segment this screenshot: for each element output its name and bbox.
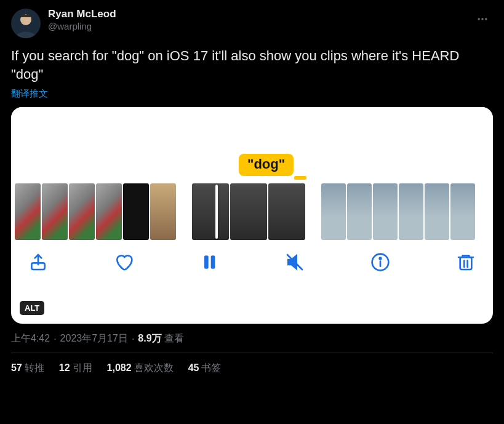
info-button[interactable]: [370, 252, 390, 272]
clip-thumbnail: [450, 183, 475, 240]
media-attachment[interactable]: "dog": [11, 107, 493, 324]
svg-point-3: [481, 18, 483, 20]
clip-thumbnail: [425, 183, 449, 240]
tweet-container: Ryan McLeod @warpling If you search for …: [0, 0, 504, 375]
tweet-stats: 57转推 12引用 1,082喜欢次数 45书签: [11, 353, 493, 375]
svg-point-4: [485, 18, 487, 20]
clip-thumbnail: [192, 183, 229, 240]
user-handle[interactable]: @warpling: [48, 22, 116, 32]
clip-thumbnail: [123, 183, 149, 240]
tweet-date[interactable]: 2023年7月17日: [60, 332, 128, 345]
svg-point-11: [380, 258, 382, 260]
share-button[interactable]: [28, 252, 48, 272]
mute-button[interactable]: [285, 252, 305, 272]
clip-thumbnail: [321, 183, 346, 240]
clip-thumbnail: [96, 183, 122, 240]
video-scrubber-timeline[interactable]: [11, 182, 493, 241]
clip-group-3: [321, 182, 475, 241]
trash-button[interactable]: [456, 252, 476, 272]
tweet-time[interactable]: 上午4:42: [11, 332, 50, 345]
media-toolbar: [11, 241, 493, 272]
clip-thumbnail: [69, 183, 95, 240]
avatar[interactable]: [11, 9, 41, 38]
pause-button[interactable]: [199, 252, 219, 272]
heart-button[interactable]: [114, 252, 134, 272]
svg-rect-12: [460, 257, 472, 270]
retweets-stat[interactable]: 57转推: [11, 362, 44, 375]
clip-thumbnail: [42, 183, 68, 240]
bookmarks-stat[interactable]: 45书签: [188, 362, 222, 375]
playhead-indicator[interactable]: [215, 185, 218, 239]
tweet-text: If you search for "dog" on iOS 17 it'll …: [11, 47, 493, 83]
clip-thumbnail: [347, 183, 372, 240]
views-label: 查看: [164, 333, 184, 343]
translate-link[interactable]: 翻译推文: [11, 88, 48, 100]
svg-rect-7: [211, 256, 215, 269]
svg-point-2: [478, 18, 480, 20]
clip-group-1: [15, 182, 176, 241]
tweet-meta: 上午4:42 · 2023年7月17日 · 8.9万 查看: [11, 332, 493, 345]
quotes-stat[interactable]: 12引用: [59, 362, 92, 375]
svg-rect-6: [204, 256, 209, 269]
alt-badge[interactable]: ALT: [20, 301, 44, 315]
clip-thumbnail: [15, 183, 41, 240]
tweet-header: Ryan McLeod @warpling: [11, 9, 493, 38]
audio-match-marker: [294, 176, 306, 180]
display-name[interactable]: Ryan McLeod: [48, 9, 116, 20]
clip-thumbnail: [230, 183, 267, 240]
clip-thumbnail: [373, 183, 398, 240]
clip-thumbnail: [399, 183, 423, 240]
clip-thumbnail: [268, 183, 305, 240]
search-term-bubble: "dog": [239, 154, 294, 176]
clip-thumbnail: [150, 183, 176, 240]
more-options-button[interactable]: [472, 9, 493, 30]
views-count: 8.9万: [138, 333, 161, 343]
likes-stat[interactable]: 1,082喜欢次数: [107, 362, 174, 375]
clip-group-2: [192, 182, 305, 241]
